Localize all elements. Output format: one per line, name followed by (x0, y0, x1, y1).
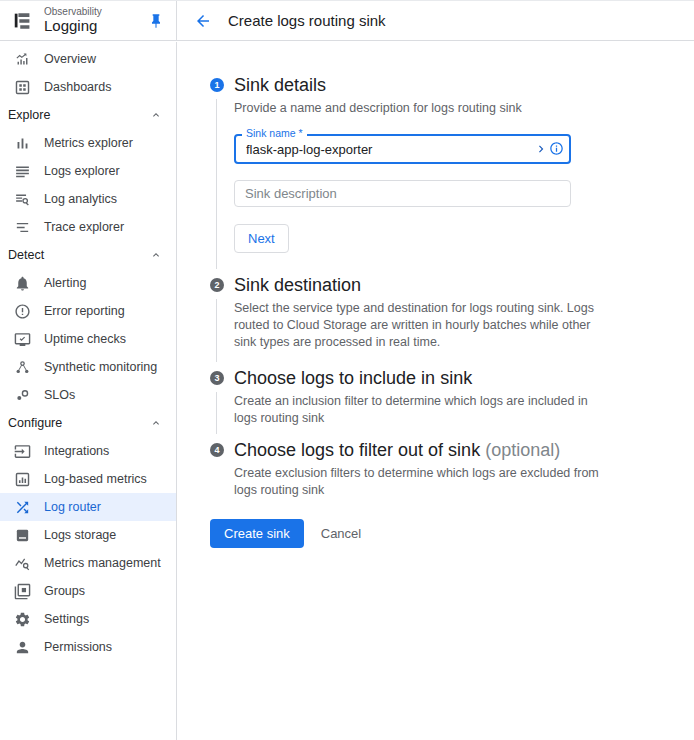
step-number-badge: 4 (210, 443, 224, 457)
section-label: Detect (8, 248, 44, 262)
step-description: Create exclusion filters to determine wh… (234, 465, 599, 499)
sidebar-item-permissions[interactable]: Permissions (0, 633, 176, 661)
pin-button[interactable] (146, 11, 166, 31)
sidebar-item-slos[interactable]: SLOs (0, 381, 176, 409)
sidebar-section-detect[interactable]: Detect (0, 241, 176, 269)
top-bar: Observability Logging Create logs routin… (0, 1, 694, 41)
slo-dots-icon (14, 387, 31, 404)
sidebar-item-alerting[interactable]: Alerting (0, 269, 176, 297)
cancel-button[interactable]: Cancel (321, 526, 361, 541)
trace-icon (14, 219, 31, 236)
step-exclude-logs: 4 Choose logs to filter out of sink (opt… (194, 439, 694, 516)
storage-icon (14, 527, 31, 544)
chevron-up-icon (150, 109, 162, 121)
log-search-icon (14, 191, 31, 208)
chevron-right-icon (534, 142, 548, 156)
sidebar-item-log-based-metrics[interactable]: Log-based metrics (0, 465, 176, 493)
sidebar-item-label: Integrations (44, 444, 109, 458)
sidebar-item-logs-explorer[interactable]: Logs explorer (0, 157, 176, 185)
pushpin-icon (148, 13, 164, 29)
create-sink-form: 1 Sink details Provide a name and descri… (178, 42, 694, 740)
list-lines-icon (14, 163, 31, 180)
sink-name-field: Sink name * (234, 134, 571, 164)
step-description: Provide a name and description for logs … (234, 100, 599, 117)
sidebar-item-label: Metrics explorer (44, 136, 133, 150)
step-number-badge: 2 (210, 278, 224, 292)
sidebar-item-error-reporting[interactable]: Error reporting (0, 297, 176, 325)
step-sink-details: 1 Sink details Provide a name and descri… (194, 74, 694, 274)
sidebar-item-metrics-management[interactable]: Metrics management (0, 549, 176, 577)
section-label: Configure (8, 416, 62, 430)
chevron-up-icon (150, 249, 162, 261)
sink-description-input[interactable] (234, 180, 571, 207)
sidebar-item-synthetic-monitoring[interactable]: Synthetic monitoring (0, 353, 176, 381)
insights-icon (14, 51, 31, 68)
product-header: Observability Logging (0, 1, 177, 40)
sidebar-item-label: Log analytics (44, 192, 117, 206)
form-actions: Create sink Cancel (194, 519, 694, 548)
sidebar-item-logs-storage[interactable]: Logs storage (0, 521, 176, 549)
sidebar-section-explore[interactable]: Explore (0, 101, 176, 129)
sidebar-item-label: Uptime checks (44, 332, 126, 346)
step-include-logs: 3 Choose logs to include in sink Create … (194, 367, 694, 439)
sidebar-item-label: Synthetic monitoring (44, 360, 157, 374)
product-name: Logging (44, 18, 102, 35)
back-button[interactable] (192, 10, 214, 32)
sidebar-item-label: Logs explorer (44, 164, 120, 178)
sidebar-item-label: Alerting (44, 276, 86, 290)
metrics-box-icon (14, 471, 31, 488)
integration-arrow-icon (14, 443, 31, 460)
dashboard-icon (14, 79, 31, 96)
step-title: Choose logs to filter out of sink (optio… (234, 439, 694, 462)
sidebar-item-groups[interactable]: Groups (0, 577, 176, 605)
logging-logo-icon (12, 10, 34, 32)
step-title: Sink details (234, 74, 694, 97)
sidebar-item-label: Settings (44, 612, 89, 626)
sidebar-item-settings[interactable]: Settings (0, 605, 176, 633)
error-outline-icon (14, 303, 31, 320)
sidebar-nav: Overview Dashboards Explore Metrics expl… (0, 42, 177, 740)
gear-icon (14, 611, 31, 628)
sidebar-item-label: Trace explorer (44, 220, 124, 234)
step-connector-line (216, 299, 217, 362)
stacked-squares-icon (14, 583, 31, 600)
arrow-back-icon (194, 12, 212, 30)
sink-name-label: Sink name * (242, 128, 307, 139)
sidebar-item-label: Groups (44, 584, 85, 598)
sidebar-item-label: Overview (44, 52, 96, 66)
sidebar-item-trace-explorer[interactable]: Trace explorer (0, 213, 176, 241)
next-button[interactable]: Next (234, 224, 289, 253)
step-title: Choose logs to include in sink (234, 367, 694, 390)
sidebar-item-label: Permissions (44, 640, 112, 654)
create-sink-button[interactable]: Create sink (210, 519, 304, 548)
step-title-text: Choose logs to filter out of sink (234, 440, 480, 460)
page-title: Create logs routing sink (228, 12, 386, 29)
step-sink-destination: 2 Sink destination Select the service ty… (194, 274, 694, 367)
shuffle-icon (14, 499, 31, 516)
sidebar-item-integrations[interactable]: Integrations (0, 437, 176, 465)
sidebar-item-metrics-explorer[interactable]: Metrics explorer (0, 129, 176, 157)
sidebar-item-label: Log router (44, 500, 101, 514)
chevron-up-icon (150, 417, 162, 429)
info-icon[interactable] (549, 141, 564, 156)
sidebar-item-label: Dashboards (44, 80, 111, 94)
sidebar-section-configure[interactable]: Configure (0, 409, 176, 437)
step-number-badge: 1 (210, 78, 224, 92)
step-title-optional: (optional) (485, 440, 560, 460)
person-icon (14, 639, 31, 656)
bar-chart-icon (14, 135, 31, 152)
sidebar-item-overview[interactable]: Overview (0, 45, 176, 73)
step-description: Select the service type and destination … (234, 300, 599, 351)
step-connector-line (216, 99, 217, 269)
product-label: Observability (44, 6, 102, 17)
sidebar-item-log-analytics[interactable]: Log analytics (0, 185, 176, 213)
network-nodes-icon (14, 359, 31, 376)
step-title: Sink destination (234, 274, 694, 297)
metrics-search-icon (14, 555, 31, 572)
sidebar-item-dashboards[interactable]: Dashboards (0, 73, 176, 101)
sidebar-item-uptime-checks[interactable]: Uptime checks (0, 325, 176, 353)
sidebar-item-label: Log-based metrics (44, 472, 147, 486)
monitor-check-icon (14, 331, 31, 348)
sidebar-item-log-router[interactable]: Log router (0, 493, 176, 521)
step-number-badge: 3 (210, 371, 224, 385)
